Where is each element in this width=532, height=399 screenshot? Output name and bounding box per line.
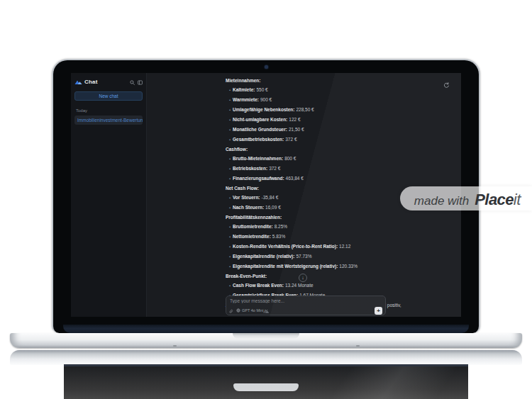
placeit-laptop-mockup-scene: Chat — [0, 0, 532, 399]
send-icon: + — [377, 308, 380, 314]
item-label: Betriebskosten: — [233, 166, 267, 171]
item-value: 21,50 € — [289, 127, 304, 132]
send-button[interactable]: + — [375, 307, 382, 315]
watermark-brand-light: it — [514, 191, 521, 209]
sidebar: Chat — [71, 73, 147, 317]
app-title: Chat — [84, 79, 98, 85]
message-list-item: •Bruttomietrendite:8.25% — [226, 222, 409, 232]
message-section-heading: Profitabilitätskennzahlen: — [226, 213, 409, 222]
message-list-item: •Kosten-Rendite Verhältnis (Price-to-Ren… — [226, 242, 409, 252]
message-list-item: •Eigenkapitalrendite (relativ):57.73% — [226, 252, 409, 262]
message-list-item: •Nicht-umlagbare Kosten:122 € — [226, 115, 409, 125]
item-label: Brutto-Mieteinnahmen: — [233, 156, 283, 161]
laptop-lid-notch — [233, 333, 299, 339]
message-section-heading: Net Cash Flow: — [226, 184, 409, 193]
item-label: Kosten-Rendite Verhältnis (Price-to-Rent… — [233, 244, 338, 249]
composer-toolbar: GPT 4o Mini + — [229, 304, 382, 317]
item-value: 122 € — [289, 117, 300, 122]
item-label: Nach Steuern: — [233, 205, 264, 210]
model-label: GPT 4o Mini — [242, 308, 263, 313]
message-list-item: •Nettomietrendite:5.83% — [226, 232, 409, 242]
item-value: 550 € — [256, 87, 267, 92]
item-label: Vor Steuern: — [233, 195, 260, 200]
arrow-down-icon: ↓ — [301, 275, 304, 280]
message-section-heading: Mieteinnahmen: — [226, 76, 409, 85]
item-value: 228,50 € — [296, 107, 314, 112]
item-value: 16,09 € — [265, 205, 281, 210]
search-icon[interactable] — [130, 75, 135, 88]
scroll-to-bottom-button[interactable]: ↓ — [299, 274, 307, 282]
item-label: Warmmiete: — [233, 97, 259, 102]
message-section-heading: Break-Even-Punkt: — [226, 271, 409, 281]
item-label: Monatliche Grundsteuer: — [233, 127, 287, 132]
item-label: Cash Flow Break Even: — [233, 283, 284, 288]
message-list-item: •Vor Steuern:-35,84 € — [226, 193, 409, 203]
item-label: Nettomietrendite: — [233, 234, 271, 239]
item-label: Umlagefähige Nebenkosten: — [233, 107, 294, 112]
laptop-foot — [173, 345, 177, 347]
message-list-item: •Monatliche Grundsteuer:21,50 € — [226, 125, 409, 135]
item-value: 57.73% — [296, 254, 311, 259]
item-value: 120.33% — [339, 264, 358, 269]
message-list-item: •Brutto-Mieteinnahmen:800 € — [226, 154, 409, 164]
message-list-item: •Warmmiete:900 € — [226, 95, 409, 105]
globe-icon — [236, 308, 240, 313]
item-label: Bruttomietrendite: — [233, 224, 273, 229]
laptop-hinge — [63, 325, 469, 333]
item-value: 800 € — [284, 156, 296, 161]
item-label: Nicht-umlagbare Kosten: — [233, 117, 287, 122]
sidebar-header: Chat — [74, 78, 143, 85]
message-input[interactable] — [229, 298, 382, 304]
item-label: Kaltmiete: — [233, 87, 255, 92]
item-label: Gesamtbetriebskosten: — [233, 137, 284, 142]
item-value: 13.24 Monate — [285, 283, 314, 288]
item-value: 372 € — [285, 137, 297, 142]
message-list-item: •Umlagefähige Nebenkosten:228,50 € — [226, 105, 409, 115]
item-value: 372 € — [269, 166, 280, 171]
history-section-label: Today — [76, 108, 143, 113]
webcam-dot — [265, 65, 268, 69]
item-value: -35,84 € — [262, 195, 279, 200]
item-value: 5.83% — [272, 234, 285, 239]
watermark-brand-bold: Place — [475, 191, 514, 209]
laptop-screen-reflection — [64, 364, 468, 399]
placeit-watermark-badge: made with Place it — [400, 186, 532, 210]
message-list-item: •Cash Flow Break Even:13.24 Monate — [226, 281, 409, 291]
laptop-foot — [356, 345, 360, 347]
item-label: Eigenkapitalrendite (relativ): — [233, 254, 294, 259]
item-label: Finanzierungsaufwand: — [233, 176, 284, 181]
refresh-icon[interactable] — [443, 79, 450, 85]
item-label: Eigenkapitalrendite mit Wertsteigerung (… — [233, 264, 338, 269]
message-list-item: •Gesamtbetriebskosten:372 € — [226, 135, 409, 145]
sidebar-header-actions — [130, 75, 143, 88]
message-composer: GPT 4o Mini + — [226, 296, 386, 315]
sidebar-item-chat-history[interactable]: Immobilieninvestment-Bewertung — [74, 116, 143, 125]
new-chat-button[interactable]: New chat — [74, 91, 143, 101]
item-value: 8.25% — [275, 224, 287, 229]
footer-mountain-logo-icon — [262, 303, 270, 316]
message-section-heading: Cashflow: — [226, 145, 409, 154]
message-list-item: •Kaltmiete:550 € — [226, 85, 409, 95]
laptop-base — [10, 333, 522, 348]
laptop-base-reflection — [10, 350, 522, 365]
message-list-item: •Eigenkapitalrendite mit Wertsteigerung … — [226, 262, 409, 271]
mountain-logo-icon — [74, 75, 82, 88]
watermark-prefix: made with — [414, 194, 469, 208]
message-content: Mieteinnahmen:•Kaltmiete:550 €•Warmmiete… — [226, 76, 409, 310]
paperclip-icon[interactable] — [229, 304, 233, 317]
message-list-item: •Finanzierungsaufwand:463,84 € — [226, 174, 409, 184]
message-list-item: •Nach Steuern:16,09 € — [226, 203, 409, 213]
item-value: 463,84 € — [286, 176, 304, 181]
reflection-glare — [329, 366, 458, 399]
item-value: 900 € — [260, 97, 272, 102]
reflection-notch — [233, 383, 299, 391]
item-value: 12.12 — [339, 244, 350, 249]
sidebar-toggle-icon[interactable] — [138, 75, 143, 88]
message-list-item: •Betriebskosten:372 € — [226, 164, 409, 174]
